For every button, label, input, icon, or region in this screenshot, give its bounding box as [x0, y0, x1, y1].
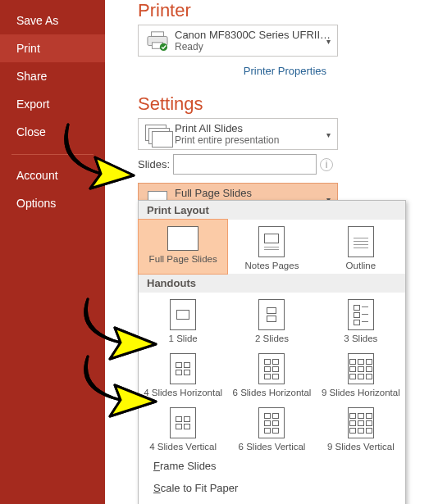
handout-4h-icon — [170, 353, 196, 384]
layout-option-full-page[interactable]: Full Page Slides — [139, 220, 227, 274]
layout-label: Notes Pages — [245, 261, 299, 270]
full-page-icon — [167, 226, 198, 251]
sidebar-item-export[interactable]: Export — [0, 90, 105, 118]
printer-status: Ready — [175, 41, 332, 52]
handout-9v-icon — [348, 407, 374, 438]
notes-page-icon — [258, 226, 285, 257]
sidebar-item-account[interactable]: Account — [0, 161, 105, 189]
flyout-heading-layout: Print Layout — [139, 201, 405, 220]
layout-label: Outline — [346, 261, 376, 270]
handout-2-slides[interactable]: 2 Slides — [227, 293, 316, 347]
handout-label: 4 Slides Vertical — [149, 442, 217, 452]
handouts-row-1: 1 Slide 2 Slides 3 Slides — [139, 293, 405, 347]
handouts-row-vertical: 4 Slides Vertical 6 Slides Vertical 9 Sl… — [139, 401, 405, 455]
handout-label: 4 Slides Horizontal — [144, 388, 222, 397]
menuitem-high-quality[interactable]: High Quality — [139, 499, 405, 504]
sidebar-item-options[interactable]: Options — [0, 189, 105, 217]
printer-properties-link[interactable]: Printer Properties — [138, 65, 326, 77]
layout-flyout-menu: Print Layout Full Page Slides Notes Page… — [138, 200, 406, 504]
sidebar-item-share[interactable]: Share — [0, 62, 105, 90]
handout-3-icon — [348, 299, 374, 330]
handout-6-vertical[interactable]: 6 Slides Vertical — [227, 401, 316, 455]
backstage-sidebar: Save As Print Share Export Close Account… — [0, 0, 105, 504]
handout-1-slide[interactable]: 1 Slide — [139, 293, 227, 347]
handout-label: 1 Slide — [169, 334, 198, 343]
handout-6h-icon — [258, 353, 285, 384]
slide-layout-title: Full Page Slides — [175, 187, 332, 199]
layout-option-notes[interactable]: Notes Pages — [227, 220, 316, 274]
layout-label: Full Page Slides — [149, 254, 217, 264]
handouts-row-horizontal: 4 Slides Horizontal 6 Slides Horizontal … — [139, 347, 405, 401]
menuitem-scale-to-fit[interactable]: Scale to Fit Paper — [139, 477, 405, 499]
outline-icon — [348, 226, 374, 257]
handout-label: 9 Slides Horizontal — [322, 388, 400, 397]
sidebar-divider — [11, 154, 94, 155]
handout-1-icon — [170, 299, 196, 330]
menuitem-frame-slides[interactable]: Frame Slides — [139, 455, 405, 477]
handout-9h-icon — [348, 353, 374, 384]
sidebar-item-saveas[interactable]: Save As — [0, 7, 105, 34]
layout-option-outline[interactable]: Outline — [317, 220, 405, 274]
handout-label: 2 Slides — [255, 334, 289, 343]
slides-stack-icon — [144, 123, 171, 146]
printer-icon — [144, 30, 171, 52]
handout-label: 9 Slides Vertical — [327, 442, 395, 452]
chevron-down-icon: ▾ — [326, 129, 331, 138]
svg-rect-0 — [152, 31, 164, 36]
handout-9-vertical[interactable]: 9 Slides Vertical — [317, 401, 405, 455]
handout-6v-icon — [258, 407, 285, 438]
handout-4-horizontal[interactable]: 4 Slides Horizontal — [139, 347, 227, 401]
slides-label: Slides: — [138, 158, 170, 170]
layout-grid: Full Page Slides Notes Pages Outline — [139, 220, 405, 274]
handout-6-horizontal[interactable]: 6 Slides Horizontal — [227, 347, 316, 401]
printer-dropdown[interactable]: Canon MF8300C Series UFRII… Ready ▾ — [138, 25, 338, 57]
handout-4v-icon — [170, 407, 196, 438]
print-range-sub: Print entire presentation — [175, 134, 332, 146]
sidebar-item-close[interactable]: Close — [0, 118, 105, 146]
print-range-dropdown[interactable]: Print All Slides Print entire presentati… — [138, 118, 338, 150]
info-icon[interactable]: i — [320, 158, 333, 171]
handout-2-icon — [258, 299, 285, 330]
handout-4-vertical[interactable]: 4 Slides Vertical — [139, 401, 227, 455]
slides-input[interactable] — [173, 154, 317, 175]
handout-label: 3 Slides — [344, 334, 377, 343]
handout-3-slides[interactable]: 3 Slides — [317, 293, 405, 347]
handout-label: 6 Slides Horizontal — [233, 388, 312, 397]
handout-9-horizontal[interactable]: 9 Slides Horizontal — [317, 347, 405, 401]
flyout-heading-handouts: Handouts — [139, 274, 405, 293]
settings-heading: Settings — [138, 93, 438, 115]
printer-name: Canon MF8300C Series UFRII… — [175, 29, 332, 41]
print-range-title: Print All Slides — [175, 122, 332, 134]
handout-label: 6 Slides Vertical — [239, 442, 306, 452]
svg-point-3 — [160, 43, 167, 50]
sidebar-item-print[interactable]: Print — [0, 34, 105, 62]
printer-heading: Printer — [138, 0, 438, 21]
chevron-down-icon: ▾ — [326, 36, 331, 45]
